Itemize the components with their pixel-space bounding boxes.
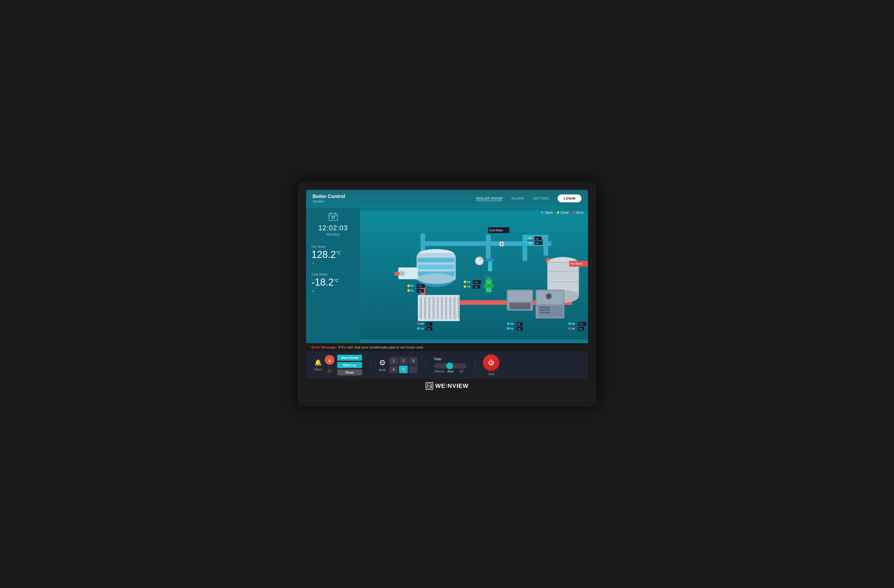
- svg-rect-34: [424, 297, 426, 319]
- weinview-box-icon: [426, 382, 433, 390]
- mode-label: Mode: [379, 368, 386, 372]
- mode-btn-1[interactable]: 1: [389, 357, 398, 364]
- svg-point-62: [547, 295, 550, 298]
- close-dot: [557, 211, 559, 214]
- mode-btn-6[interactable]: [409, 366, 417, 373]
- svg-rect-8: [486, 234, 490, 260]
- svg-point-105: [507, 322, 510, 325]
- svg-point-27: [418, 274, 454, 284]
- svg-rect-31: [394, 272, 400, 275]
- gear-icon: ⚙: [379, 358, 386, 367]
- alarm-row: 🔔 Alarm 🔥 ⚠ Alarm Detail Data Log Reset: [314, 355, 362, 375]
- status-manual-label: Manual: [434, 370, 445, 373]
- svg-point-101: [417, 327, 420, 330]
- toggle-knob: [447, 363, 453, 369]
- svg-text:T1: T1: [411, 289, 414, 292]
- error-bar: Error Message: If it's cold, that your c…: [306, 343, 588, 351]
- error-label: Error Message:: [311, 345, 337, 349]
- alarm-label: Alarm: [314, 368, 322, 371]
- alarm-detail-button[interactable]: Alarm Detail: [337, 355, 362, 361]
- svg-rect-24: [418, 258, 454, 262]
- boiler-diagram-svg: P1 -7.5 T1 15 P2 -10 T2 122: [360, 207, 588, 343]
- svg-point-73: [408, 284, 410, 287]
- weinview-text: WE!NVIEW: [435, 382, 469, 390]
- svg-text:T3: T3: [467, 285, 470, 288]
- svg-point-77: [408, 289, 410, 292]
- svg-text:Cold Water: Cold Water: [489, 228, 503, 231]
- svg-text:P1: P1: [411, 284, 414, 287]
- stop-btn-inner: ⏻: [488, 359, 494, 366]
- data-log-button[interactable]: Data Log: [337, 362, 362, 368]
- svg-rect-39: [445, 297, 447, 319]
- nav-boiler-room[interactable]: BOILER ROOM: [476, 197, 503, 200]
- stop-button[interactable]: ⏻: [483, 354, 499, 371]
- legend-error: Error: [572, 211, 584, 215]
- svg-point-30: [401, 272, 404, 275]
- svg-rect-47: [486, 258, 494, 262]
- device-frame: Boiler Control System BOILER ROOM ALARM …: [298, 182, 596, 407]
- svg-text:34: 34: [517, 323, 520, 325]
- svg-rect-40: [449, 297, 452, 319]
- status-section: Statu Manual Auto Off: [434, 357, 467, 373]
- nav-alarm[interactable]: ALARM: [511, 197, 524, 200]
- svg-text:-7.5: -7.5: [579, 323, 583, 325]
- power-icon: ⏻: [488, 359, 494, 366]
- cone-button[interactable]: ⚠: [325, 366, 334, 375]
- mode-btn-2[interactable]: 2: [399, 357, 408, 364]
- svg-rect-6: [420, 241, 551, 246]
- svg-text:T5: T5: [510, 327, 513, 330]
- weinview-logo: WE!NVIEW: [426, 382, 469, 390]
- cold-water-trend-icon: ▲: [311, 288, 355, 293]
- header: Boiler Control System BOILER ROOM ALARM …: [306, 190, 588, 207]
- header-logo: Boiler Control System: [313, 193, 345, 203]
- svg-text:-7.5: -7.5: [474, 281, 478, 283]
- header-nav: BOILER ROOM ALARM SETTING LOGIN: [476, 195, 581, 203]
- svg-text:15: 15: [579, 327, 582, 330]
- error-message: If it's cold, that your condensate pipe …: [338, 345, 424, 349]
- svg-rect-72: [484, 276, 488, 278]
- svg-point-89: [464, 280, 466, 283]
- legend-close: Close: [557, 211, 569, 215]
- svg-text:15: 15: [518, 327, 521, 330]
- mode-btn-5[interactable]: 5: [399, 366, 408, 373]
- status-auto-label: Auto: [445, 370, 456, 373]
- divider-2: [426, 357, 426, 373]
- svg-rect-63: [539, 307, 550, 308]
- svg-text:T4: T4: [420, 327, 424, 330]
- svg-point-126: [430, 387, 432, 388]
- calendar-icon: 17: [311, 212, 355, 223]
- svg-point-81: [525, 237, 528, 239]
- svg-text:15: 15: [475, 286, 478, 288]
- svg-rect-41: [453, 297, 456, 319]
- status-labels-row: Manual Auto Off: [434, 370, 467, 373]
- svg-point-85: [525, 241, 528, 244]
- error-dot: [572, 211, 575, 214]
- reset-button[interactable]: Reset: [337, 369, 362, 375]
- cold-water-block: Cold Water -18.2°C ▲: [306, 269, 360, 297]
- svg-point-67: [477, 258, 482, 263]
- fire-button[interactable]: 🔥: [325, 355, 335, 365]
- svg-text:-7.5: -7.5: [417, 285, 421, 287]
- hot-water-value: 128.2°C: [311, 249, 355, 260]
- legend-open: Open: [541, 211, 553, 215]
- app-subtitle: System: [313, 200, 345, 203]
- svg-text:P3: P3: [467, 280, 470, 283]
- cold-water-label: Cold Water: [311, 272, 355, 277]
- hot-water-trend-icon: ▲: [311, 260, 355, 265]
- svg-rect-44: [484, 284, 494, 287]
- svg-text:17: 17: [331, 216, 335, 220]
- svg-rect-42: [458, 297, 460, 319]
- app-title: Boiler Control: [313, 193, 345, 200]
- mode-btn-3[interactable]: 3: [409, 357, 417, 364]
- screen: Boiler Control System BOILER ROOM ALARM …: [306, 190, 588, 379]
- mode-btn-4[interactable]: 4: [389, 366, 398, 373]
- login-button[interactable]: LOGIN: [557, 195, 581, 203]
- hot-water-block: Hot Water 128.2°C ▲: [306, 241, 360, 269]
- time-display: 12:02:03: [311, 224, 355, 232]
- main-content: 17 12:02:03 Monday Hot Water 128.2°C ▲ C…: [306, 207, 588, 343]
- nav-setting[interactable]: SETTING: [533, 197, 549, 200]
- status-toggle[interactable]: [434, 363, 467, 369]
- legend: Open Close Error: [541, 211, 584, 215]
- diagram-area: Open Close Error: [360, 207, 588, 343]
- svg-rect-37: [437, 297, 439, 319]
